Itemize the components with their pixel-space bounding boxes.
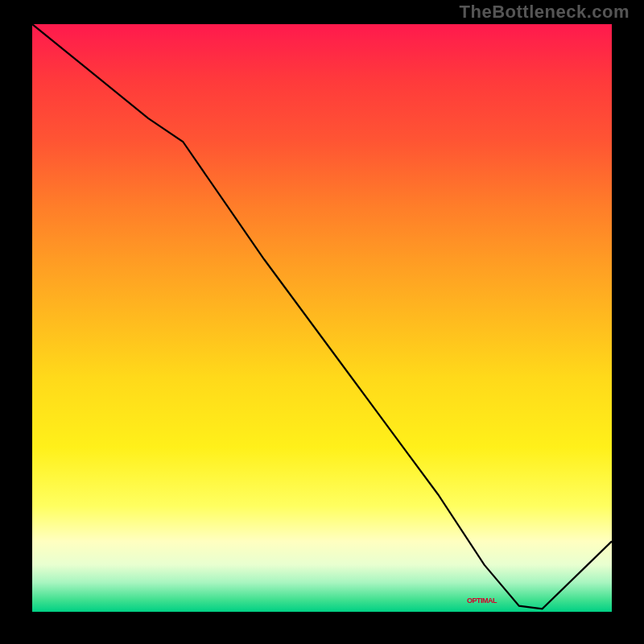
attribution-text: TheBottleneck.com	[460, 2, 630, 23]
optimal-marker-label: OPTIMAL	[467, 597, 497, 605]
plot-area: OPTIMAL	[32, 24, 612, 612]
chart-container: TheBottleneck.com OPTIMAL	[0, 0, 644, 644]
bottleneck-curve	[32, 24, 612, 612]
